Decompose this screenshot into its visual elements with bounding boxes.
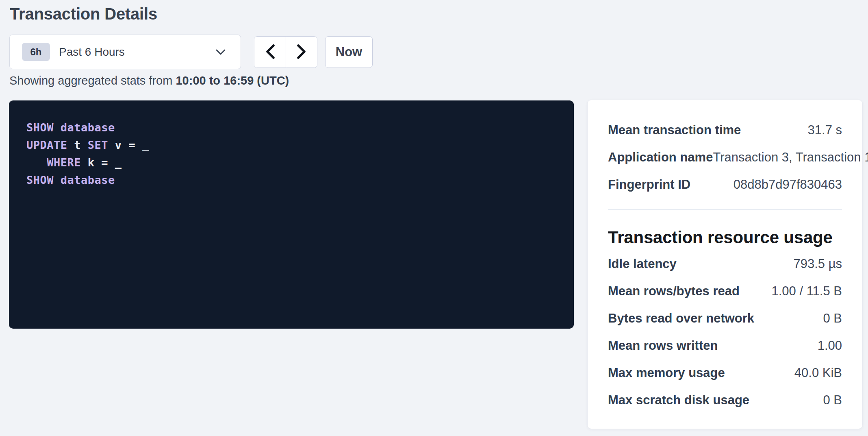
sql-keyword: WHERE (47, 156, 81, 169)
next-time-window-button[interactable] (286, 37, 317, 68)
summary-row: Idle latency793.5 µs (608, 250, 842, 277)
summary-row-label: Max scratch disk usage (608, 393, 749, 408)
previous-time-window-button[interactable] (254, 37, 286, 68)
summary-row-value: 08d8b7d97f830463 (733, 177, 842, 192)
aggregated-stats-note: Showing aggregated stats from 10:00 to 1… (9, 74, 289, 87)
summary-row: Fingerprint ID08d8b7d97f830463 (608, 171, 842, 198)
sql-line: SHOW database (26, 119, 556, 136)
page-title: Transaction Details (10, 5, 157, 23)
summary-row-value: 1.00 (818, 338, 842, 353)
summary-row-value: 0 B (823, 311, 842, 326)
sql-statement-box: SHOW databaseUPDATE t SET v = _ WHERE k … (9, 100, 574, 329)
summary-row-label: Mean transaction time (608, 123, 741, 137)
summary-row: Mean rows/bytes read1.00 / 11.5 B (608, 277, 842, 305)
summary-row-label: Application name (608, 150, 713, 165)
time-window-pager (254, 36, 317, 68)
aggregated-stats-prefix: Showing aggregated stats from (9, 74, 176, 87)
sql-keyword: SHOW database (26, 174, 115, 186)
summary-row-value: 31.7 s (808, 123, 842, 137)
summary-row-value: 0 B (823, 393, 842, 408)
time-range-select[interactable]: 6h Past 6 Hours (9, 35, 241, 69)
card-divider (608, 209, 842, 210)
resource-usage-heading: Transaction resource usage (608, 227, 842, 248)
sql-keyword: SHOW database (26, 121, 115, 134)
summary-row-label: Fingerprint ID (608, 177, 690, 192)
summary-row: Mean transaction time31.7 s (608, 116, 842, 144)
sql-line: UPDATE t SET v = _ (26, 136, 556, 154)
summary-row-value: 40.0 KiB (794, 366, 842, 380)
now-button[interactable]: Now (325, 36, 373, 68)
sql-keyword: SET (88, 139, 108, 151)
time-range-badge: 6h (22, 43, 50, 61)
summary-row-label: Idle latency (608, 257, 677, 271)
sql-line: WHERE k = _ (26, 154, 556, 171)
aggregated-stats-range: 10:00 to 16:59 (UTC) (176, 74, 289, 87)
summary-row: Max memory usage40.0 KiB (608, 359, 842, 386)
sql-line: SHOW database (26, 171, 556, 189)
transaction-summary-card: Mean transaction time31.7 sApplication n… (587, 100, 863, 429)
chevron-left-icon (265, 44, 276, 61)
summary-row-value: 793.5 µs (793, 257, 842, 271)
sql-identifier: v = _ (108, 139, 149, 151)
transaction-details-page: Transaction Details 6h Past 6 Hours (0, 0, 868, 436)
summary-row: Application nameTransaction 3, Transacti… (608, 144, 842, 171)
time-range-label: Past 6 Hours (59, 46, 125, 59)
sql-identifier: k = _ (81, 156, 122, 169)
summary-row-value: 1.00 / 11.5 B (772, 284, 842, 299)
summary-row-label: Bytes read over network (608, 311, 754, 326)
resource-usage-rows: Idle latency793.5 µsMean rows/bytes read… (608, 250, 842, 414)
sql-identifier (26, 156, 47, 169)
chevron-down-icon (215, 49, 226, 55)
summary-row-label: Mean rows written (608, 338, 718, 353)
summary-row: Bytes read over network0 B (608, 305, 842, 332)
summary-row-value: Transaction 3, Transaction 1 (713, 150, 868, 165)
sql-statement-text: SHOW databaseUPDATE t SET v = _ WHERE k … (26, 119, 556, 189)
summary-row-label: Mean rows/bytes read (608, 284, 740, 299)
sql-identifier: t (67, 139, 88, 151)
summary-row-label: Max memory usage (608, 366, 725, 380)
summary-row: Max scratch disk usage0 B (608, 386, 842, 414)
summary-row: Mean rows written1.00 (608, 332, 842, 359)
transaction-details-rows: Mean transaction time31.7 sApplication n… (608, 116, 842, 198)
sql-keyword: UPDATE (26, 139, 67, 151)
chevron-right-icon (296, 44, 307, 61)
